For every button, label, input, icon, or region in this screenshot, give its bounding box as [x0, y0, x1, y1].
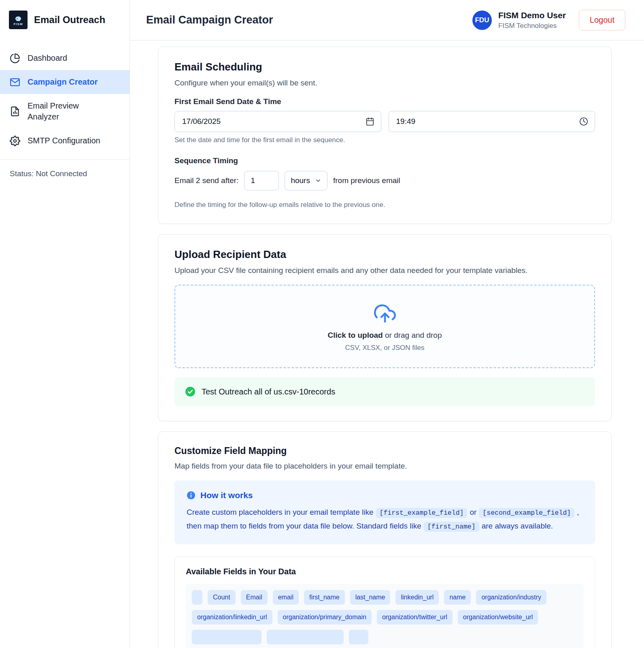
field-chips-container: CountEmailemailfirst_namelast_namelinked… [186, 584, 584, 648]
field-chip[interactable]: organization/website_url [458, 610, 538, 625]
dropzone-formats: CSV, XLSX, or JSON files [183, 344, 586, 352]
app-logo-icon: FISM [9, 11, 28, 29]
sidebar-item-campaign-creator[interactable]: Campaign Creator [0, 70, 130, 94]
placeholder-code: [first_example_field] [376, 508, 468, 518]
document-chart-icon [10, 106, 20, 117]
mapping-title: Customize Field Mapping [174, 446, 595, 456]
content-scroll-area[interactable]: Email Scheduling Configure when your ema… [130, 40, 644, 648]
clock-icon[interactable] [579, 117, 588, 126]
logout-button[interactable]: Logout [579, 10, 625, 30]
upload-success-banner: Test Outreach all of us.csv-10records [174, 377, 595, 406]
send-time-input[interactable] [389, 111, 595, 132]
field-chip[interactable] [192, 590, 202, 605]
how-it-works-text: Create custom placeholders in your email… [187, 505, 583, 533]
sequence-help: Define the timing for the follow-up emai… [174, 201, 595, 209]
sidebar: FISM Email Outreach Dashboard Campaign C… [0, 0, 130, 648]
sidebar-item-label: Dashboard [28, 53, 67, 64]
field-chip[interactable]: organization/twitter_url [377, 610, 453, 625]
how-text: are always available. [482, 522, 553, 530]
drag-drop-text: or drag and drop [383, 331, 442, 339]
scheduling-title: Email Scheduling [174, 61, 595, 73]
field-chip[interactable]: name [444, 590, 471, 605]
calendar-icon[interactable] [366, 117, 374, 126]
field-chip[interactable] [349, 630, 368, 644]
interval-unit-value: hours [291, 176, 310, 185]
user-name: FISM Demo User [498, 10, 566, 21]
field-chips-row: organization/linkedin_urlorganization/pr… [192, 610, 578, 625]
datetime-help: Set the date and time for the first emai… [174, 136, 595, 144]
datetime-row [174, 111, 595, 132]
field-chips-row-partial [192, 630, 578, 644]
file-dropzone[interactable]: Click to upload or drag and drop CSV, XL… [174, 285, 595, 368]
sequence-timing-label: Sequence Timing [174, 156, 595, 165]
field-chip[interactable] [267, 630, 344, 644]
sidebar-item-label: Campaign Creator [28, 77, 98, 87]
placeholder-code: [first_name] [424, 522, 479, 532]
available-fields-card: Available Fields in Your Data CountEmail… [174, 556, 595, 648]
envelope-icon [10, 77, 20, 87]
brand: FISM Email Outreach [0, 0, 130, 40]
header-user-cluster: FDU FISM Demo User FISM Technologies Log… [472, 10, 625, 30]
brand-name: Email Outreach [34, 14, 105, 26]
interval-value-input[interactable] [244, 171, 279, 190]
sidebar-item-email-preview-analyzer[interactable]: Email Preview Analyzer [0, 94, 130, 129]
how-it-works-box: How it works Create custom placeholders … [174, 480, 595, 544]
click-to-upload-link[interactable]: Click to upload [328, 331, 383, 339]
main-area: Email Campaign Creator FDU FISM Demo Use… [130, 0, 644, 648]
dropzone-main-text: Click to upload or drag and drop [183, 331, 586, 340]
field-mapping-card: Customize Field Mapping Map fields from … [158, 431, 612, 648]
send-date-input[interactable] [174, 111, 381, 132]
gear-icon [10, 136, 20, 146]
sidebar-nav: Dashboard Campaign Creator Email Preview… [0, 46, 130, 153]
placeholder-code: [second_example_field] [479, 508, 574, 518]
sidebar-item-smtp-configuration[interactable]: SMTP Configuration [0, 129, 130, 153]
interval-unit-select[interactable]: hours [285, 171, 327, 190]
how-it-works-header: How it works [187, 490, 583, 500]
field-chip[interactable]: organization/linkedin_url [192, 610, 272, 625]
upload-cloud-icon [374, 319, 396, 326]
mapping-subtitle: Map fields from your data file to placeh… [174, 462, 595, 471]
field-chip[interactable]: Count [208, 590, 236, 605]
upload-title: Upload Recipient Data [174, 248, 595, 261]
send-date-value[interactable] [181, 117, 366, 126]
send-time-value[interactable] [395, 117, 580, 126]
upload-recipient-card: Upload Recipient Data Upload your CSV fi… [158, 234, 612, 421]
check-circle-icon [185, 386, 196, 397]
sequence-row: Email 2 send after: hours from previous … [174, 171, 595, 190]
user-meta: FISM Demo User FISM Technologies [498, 10, 566, 30]
how-text: Create custom placeholders in your email… [187, 508, 374, 516]
uploaded-file-name: Test Outreach all of us.csv-10records [202, 387, 335, 396]
field-chip[interactable]: Email [241, 590, 268, 605]
email-scheduling-card: Email Scheduling Configure when your ema… [158, 47, 612, 224]
field-chip[interactable]: organization/industry [476, 590, 546, 605]
field-chip[interactable] [192, 630, 261, 644]
app-root: FISM Email Outreach Dashboard Campaign C… [0, 0, 644, 648]
how-text: or [470, 508, 476, 516]
field-chip[interactable]: email [273, 590, 299, 605]
pie-chart-icon [10, 53, 20, 64]
how-it-works-title: How it works [200, 490, 253, 500]
field-chip[interactable]: linkedin_url [395, 590, 439, 605]
available-fields-title: Available Fields in Your Data [186, 567, 584, 576]
chevron-down-icon [315, 177, 321, 184]
field-chip[interactable]: first_name [304, 590, 345, 605]
info-icon [187, 491, 196, 500]
interval-prefix: Email 2 send after: [174, 176, 238, 185]
sidebar-item-dashboard[interactable]: Dashboard [0, 46, 130, 70]
field-chip[interactable]: last_name [350, 590, 391, 605]
top-header: Email Campaign Creator FDU FISM Demo Use… [130, 0, 644, 40]
avatar: FDU [472, 11, 492, 30]
smtp-status-text: Status: Not Connected [0, 159, 130, 188]
upload-subtitle: Upload your CSV file containing recipien… [174, 266, 595, 275]
field-chip[interactable]: organization/primary_domain [278, 610, 372, 625]
sidebar-item-label: SMTP Configuration [28, 135, 100, 146]
sidebar-item-label: Email Preview Analyzer [28, 100, 100, 122]
interval-suffix: from previous email [333, 176, 400, 185]
page-title: Email Campaign Creator [146, 14, 273, 26]
app-logo-text: FISM [13, 23, 23, 26]
scheduling-subtitle: Configure when your email(s) will be sen… [174, 79, 595, 87]
field-chips-row: CountEmailemailfirst_namelast_namelinked… [192, 590, 578, 605]
datetime-label: First Email Send Date & Time [174, 97, 595, 106]
user-organization: FISM Technologies [498, 22, 566, 30]
